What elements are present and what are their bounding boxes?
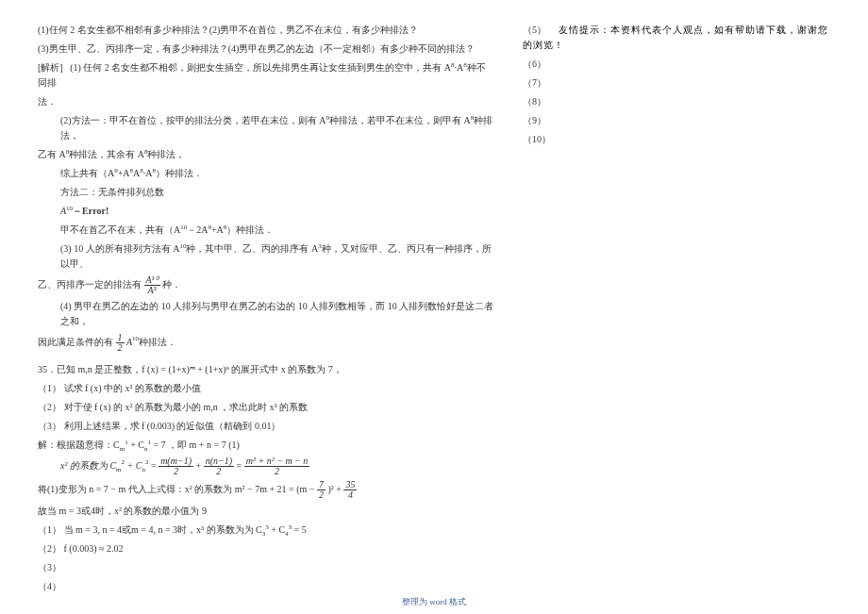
den-2c: 2 [244, 467, 310, 476]
a4d: 种排法． [139, 337, 176, 347]
sol-d: x² 的系数为 C [60, 460, 116, 471]
sol-g: + [195, 460, 203, 471]
sol-sub3: （3） [38, 560, 494, 575]
a2d: 乙有 A [38, 149, 66, 159]
sol-i: 将(1)变形为 n = 7 − m 代入上式得：x² 的系数为 m² − 7m … [38, 484, 317, 494]
m2g: ）种排法． [226, 224, 274, 235]
a2g: 综上共有（A [60, 168, 114, 178]
sol-b: + C [128, 440, 144, 450]
item-10: （10） [523, 132, 830, 147]
m2c: －Error! [73, 206, 108, 216]
item-6: （6） [523, 57, 830, 72]
sol-sub4: （4） [38, 579, 494, 594]
question-3: (3)男生甲、乙、丙排序一定，有多少种排法？(4)男甲在男乙的左边（不一定相邻）… [38, 41, 494, 57]
method1-line1: (2)方法一：甲不在首位，按甲的排法分类，若甲在末位，则有 A9种排法，若甲不在… [38, 113, 494, 143]
den-2d: 2 [317, 490, 326, 500]
den-2b: 2 [204, 467, 234, 476]
p35-sub3: （3） 利用上述结果，求 f (0.003) 的近似值（精确到 0.01） [38, 419, 494, 434]
ans4-line1: (4) 男甲在男乙的左边的 10 人排列与男甲在男乙的右边的 10 人排列数相等… [38, 299, 494, 329]
a2e: 种排法，其余有 A [69, 149, 144, 159]
sol-m: + C [269, 524, 285, 535]
sol-l: （1） 当 m = 3, n = 4或m = 4, n = 3时，x³ 的系数为… [38, 524, 262, 535]
ans3-line1: (3) 10 人的所有排列方法有 A10种，其中甲、乙、丙的排序有 A3种，又对… [38, 241, 494, 272]
ans1a: (1) 任何 2 名女生都不相邻，则把女生插空，所以先排男生再让女生插到男生的空… [70, 62, 451, 73]
method2-formula: A10－Error! [38, 204, 494, 219]
question-1: (1)任何 2 名女生都不相邻有多少种排法？(2)男甲不在首位，男乙不在末位，有… [38, 23, 494, 38]
m2e: －2A [187, 224, 208, 235]
sol-n: = 5 [292, 524, 307, 535]
a2k: ）种排法． [156, 168, 203, 178]
a3e: 种． [162, 279, 181, 290]
sol-j: )² + [327, 484, 343, 494]
sol-e: + C [125, 460, 142, 471]
analysis-label: [解析] [38, 62, 63, 73]
den-2a: 2 [159, 467, 193, 476]
item-8: （8） [523, 94, 830, 109]
ans4-line2: 因此满足条件的有 1 2 A10种排法． [38, 333, 494, 353]
right-column: （5） 友情提示：本资料代表个人观点，如有帮助请下载，谢谢您的浏览！ （6） （… [513, 19, 830, 598]
method1-sum: 综上共有（A9+A8A8·A8）种排法． [38, 166, 494, 181]
ans1c: 法． [38, 94, 494, 109]
a2f: 种排法， [147, 149, 185, 159]
item-5-row: （5） 友情提示：本资料代表个人观点，如有帮助请下载，谢谢您的浏览！ [523, 23, 830, 53]
sol-a: 解：根据题意得：C [38, 440, 120, 450]
method2-label: 方法二：无条件排列总数 [38, 185, 494, 200]
p35-sub1: （1） 试求 f (x) 中的 x² 的系数的最小值 [38, 381, 494, 396]
a3a: (3) 10 人的所有排列方法有 A [60, 243, 179, 254]
sol-x2-coef: x² 的系数为 Cm2 + Cn2 = m(m−1) 2 + n(n−1) 2 … [38, 456, 494, 476]
frac-half: 1 2 [116, 333, 125, 353]
frac-354: 35 4 [343, 480, 357, 500]
document-page: (1)任何 2 名女生都不相邻有多少种排法？(2)男甲不在首位，男乙不在末位，有… [0, 0, 868, 607]
hint-text: 友情提示：本资料代表个人观点，如有帮助请下载，谢谢您的浏览！ [523, 25, 828, 50]
a4b: 因此满足条件的有 [38, 337, 113, 347]
p35-sub2: （2） 对于使 f (x) 的 x² 的系数为最小的 m,n ，求出此时 x³ … [38, 400, 494, 415]
left-column: (1)任何 2 名女生都不相邻有多少种排法？(2)男甲不在首位，男乙不在末位，有… [38, 19, 513, 598]
method2-result: 甲不在首乙不在末，共有（A10－2A9+A8）种排法． [38, 223, 494, 238]
sol-f: = [148, 460, 159, 471]
sol-line1: 解：根据题意得：Cm1 + Cn1 = 7 ，即 m + n = 7 (1) [38, 438, 494, 453]
item-9: （9） [523, 113, 830, 128]
sol-sub1: （1） 当 m = 3, n = 4或m = 4, n = 3时，x³ 的系数为… [38, 523, 494, 538]
a3d: 乙、丙排序一定的排法有 [38, 279, 142, 290]
sol-substitute: 将(1)变形为 n = 7 − m 代入上式得：x² 的系数为 m² − 7m … [38, 480, 494, 500]
frac-mm1: m(m−1) 2 [159, 456, 193, 476]
problem-35: 35．已知 m,n 是正整数，f (x) = (1+x)ᵐ + (1+x)ⁿ 的… [38, 362, 494, 377]
item-5: （5） [523, 25, 546, 35]
a2a: (2)方法一：甲不在首位，按甲的排法分类，若甲在末位，则有 A [60, 115, 326, 125]
a2j: ·A [143, 168, 153, 178]
frac-sum: m² + n² − m − n 2 [244, 456, 310, 476]
m2f: +A [211, 224, 224, 235]
frac-nn1: n(n−1) 2 [204, 456, 234, 476]
method1-line2: 乙有 A8种排法，其余有 A8种排法， [38, 147, 494, 162]
sol-h: = [237, 460, 244, 471]
frac-a10-a3: A¹⁰ A³ [144, 275, 160, 295]
frac-72: 7 2 [317, 480, 326, 500]
den-4: 4 [343, 490, 357, 500]
sol-min: 故当 m = 3或4时，x² 的系数的最小值为 9 [38, 504, 494, 519]
analysis-line-1: [解析] (1) 任何 2 名女生都不相邻，则把女生插空，所以先排男生再让女生插… [38, 60, 494, 91]
footer-text: 整理为 word 格式 [0, 596, 868, 608]
frac-den: A³ [144, 286, 160, 295]
item-7: （7） [523, 75, 830, 91]
ans3-line2: 乙、丙排序一定的排法有 A¹⁰ A³ 种． [38, 275, 494, 295]
a3b: 种，其中甲、乙、丙的排序有 A [186, 243, 318, 254]
sol-sub2: （2） f (0.003) ≈ 2.02 [38, 541, 494, 556]
m2d: 甲不在首乙不在末，共有（A [60, 224, 180, 235]
a2h: +A [118, 168, 130, 178]
frac-den-2: 2 [116, 343, 125, 353]
sol-c: = 7 ，即 m + n = 7 (1) [151, 440, 240, 450]
a2b: 种排法，若甲不在末位，则甲有 A [329, 115, 471, 125]
